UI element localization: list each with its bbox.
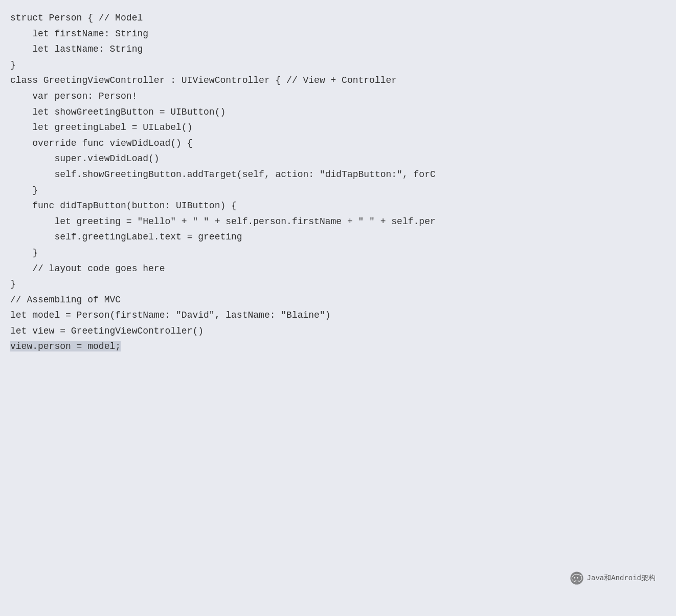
code-line: let showGreetingButton = UIButton()	[10, 104, 666, 120]
code-line: }	[10, 183, 666, 199]
code-line: func didTapButton(button: UIButton) {	[10, 198, 666, 214]
code-line: let firstName: String	[10, 26, 666, 42]
watermark: Java和Android架构	[570, 571, 656, 585]
code-line: let greeting = "Hello" + " " + self.pers…	[10, 214, 666, 230]
svg-point-3	[577, 577, 578, 579]
code-line: class GreetingViewController : UIViewCon…	[10, 73, 666, 89]
svg-point-0	[570, 571, 583, 584]
code-line: super.viewDidLoad()	[10, 151, 666, 167]
code-line: // Assembling of MVC	[10, 292, 666, 308]
code-block: struct Person { // Model let firstName: …	[10, 10, 666, 355]
code-line: let view = GreetingViewController()	[10, 323, 666, 339]
watermark-text: Java和Android架构	[587, 574, 656, 583]
svg-point-2	[574, 577, 575, 579]
code-line: let lastName: String	[10, 41, 666, 57]
code-line: self.greetingLabel.text = greeting	[10, 229, 666, 245]
wechat-icon	[570, 571, 584, 585]
code-line: let greetingLabel = UILabel()	[10, 120, 666, 136]
code-line: // layout code goes here	[10, 261, 666, 277]
code-line: struct Person { // Model	[10, 10, 666, 26]
code-line: override func viewDidLoad() {	[10, 136, 666, 151]
code-line: view.person = model;	[10, 339, 666, 355]
code-line: }	[10, 245, 666, 261]
code-line: }	[10, 276, 666, 292]
code-line: self.showGreetingButton.addTarget(self, …	[10, 167, 666, 183]
code-line: var person: Person!	[10, 89, 666, 104]
code-line: }	[10, 57, 666, 73]
code-line: let model = Person(firstName: "David", l…	[10, 307, 666, 323]
code-container: struct Person { // Model let firstName: …	[0, 0, 676, 616]
